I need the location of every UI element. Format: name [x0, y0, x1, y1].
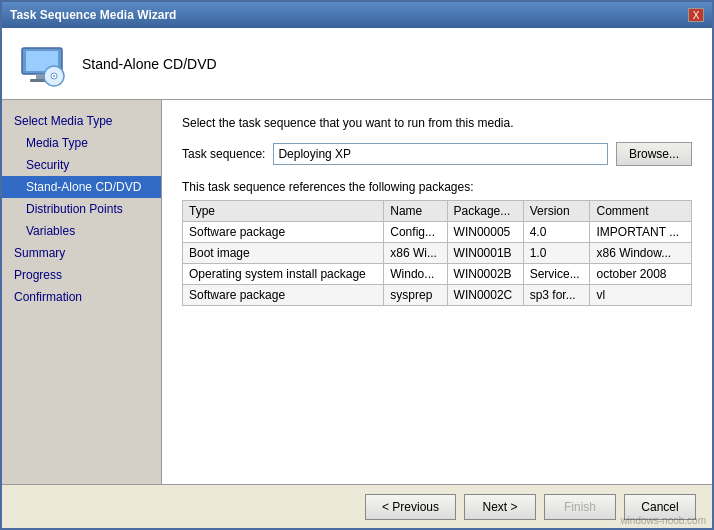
packages-label: This task sequence references the follow…: [182, 180, 692, 194]
cell-name: sysprep: [384, 285, 447, 306]
cell-name: Config...: [384, 222, 447, 243]
table-row: Boot imagex86 Wi...WIN0001B1.0x86 Window…: [183, 243, 692, 264]
sidebar: Select Media Type Media Type Security St…: [2, 100, 162, 484]
cell-comment: IMPORTANT ...: [590, 222, 692, 243]
footer: < Previous Next > Finish Cancel: [2, 484, 712, 528]
header-title: Stand-Alone CD/DVD: [82, 56, 217, 72]
cell-package: WIN0002B: [447, 264, 523, 285]
sidebar-item-media-type[interactable]: Media Type: [2, 132, 161, 154]
cell-version: sp3 for...: [523, 285, 590, 306]
task-sequence-input[interactable]: [273, 143, 608, 165]
sidebar-item-summary[interactable]: Summary: [2, 242, 161, 264]
title-bar: Task Sequence Media Wizard X: [2, 2, 712, 28]
col-header-type: Type: [183, 201, 384, 222]
packages-table: Type Name Package... Version Comment Sof…: [182, 200, 692, 306]
cell-version: Service...: [523, 264, 590, 285]
cell-version: 4.0: [523, 222, 590, 243]
col-header-version: Version: [523, 201, 590, 222]
cell-version: 1.0: [523, 243, 590, 264]
table-row: Software packageConfig...WIN000054.0IMPO…: [183, 222, 692, 243]
cell-name: Windo...: [384, 264, 447, 285]
finish-button[interactable]: Finish: [544, 494, 616, 520]
task-sequence-row: Task sequence: Browse...: [182, 142, 692, 166]
browse-button[interactable]: Browse...: [616, 142, 692, 166]
cell-comment: x86 Window...: [590, 243, 692, 264]
task-sequence-label: Task sequence:: [182, 147, 265, 161]
cell-type: Boot image: [183, 243, 384, 264]
sidebar-item-variables[interactable]: Variables: [2, 220, 161, 242]
cell-comment: vl: [590, 285, 692, 306]
wizard-icon: [18, 40, 66, 88]
sidebar-item-standalone-cd[interactable]: Stand-Alone CD/DVD: [2, 176, 161, 198]
cancel-button[interactable]: Cancel: [624, 494, 696, 520]
header-area: Stand-Alone CD/DVD: [2, 28, 712, 100]
content-area: Select Media Type Media Type Security St…: [2, 100, 712, 484]
sidebar-item-select-media-type[interactable]: Select Media Type: [2, 110, 161, 132]
cell-type: Operating system install package: [183, 264, 384, 285]
cell-package: WIN0002C: [447, 285, 523, 306]
sidebar-item-distribution-points[interactable]: Distribution Points: [2, 198, 161, 220]
cell-comment: october 2008: [590, 264, 692, 285]
close-button[interactable]: X: [688, 8, 704, 22]
col-header-comment: Comment: [590, 201, 692, 222]
main-panel: Select the task sequence that you want t…: [162, 100, 712, 484]
cell-package: WIN0001B: [447, 243, 523, 264]
next-button[interactable]: Next >: [464, 494, 536, 520]
cell-type: Software package: [183, 285, 384, 306]
instruction-text: Select the task sequence that you want t…: [182, 116, 692, 130]
cell-package: WIN00005: [447, 222, 523, 243]
cell-type: Software package: [183, 222, 384, 243]
sidebar-item-confirmation[interactable]: Confirmation: [2, 286, 161, 308]
svg-point-6: [53, 75, 55, 77]
previous-button[interactable]: < Previous: [365, 494, 456, 520]
table-row: Operating system install packageWindo...…: [183, 264, 692, 285]
cell-name: x86 Wi...: [384, 243, 447, 264]
wizard-window: Task Sequence Media Wizard X Stand-Alone…: [0, 0, 714, 530]
table-row: Software packagesysprepWIN0002Csp3 for..…: [183, 285, 692, 306]
sidebar-item-progress[interactable]: Progress: [2, 264, 161, 286]
col-header-name: Name: [384, 201, 447, 222]
window-title: Task Sequence Media Wizard: [10, 8, 176, 22]
col-header-package: Package...: [447, 201, 523, 222]
sidebar-item-security[interactable]: Security: [2, 154, 161, 176]
